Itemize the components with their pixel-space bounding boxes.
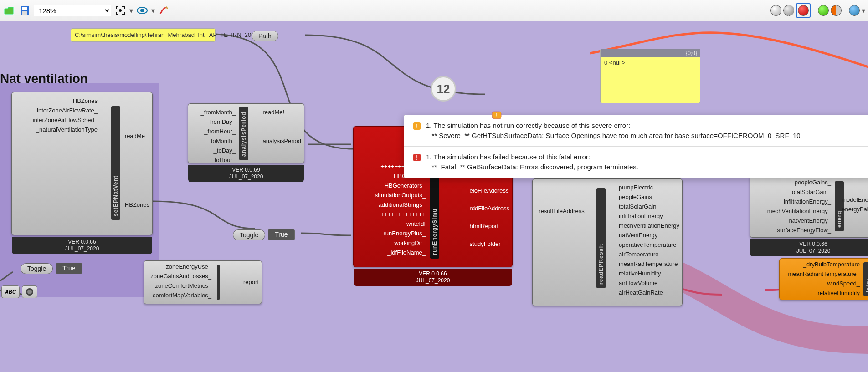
input-label: runEnergyPlus_	[375, 229, 426, 238]
input-label: _toHour_	[200, 155, 236, 165]
svg-rect-2	[22, 11, 27, 15]
input-label: +++++++++++++	[375, 209, 426, 219]
input-label: interZoneAirFlowSched_	[33, 115, 98, 125]
output-label: studyFolder	[470, 239, 509, 249]
half-sphere-icon[interactable]	[831, 5, 842, 16]
input-label: _dryBulbTemperature	[788, 260, 860, 269]
toggle-label: Toggle	[27, 265, 46, 272]
output-label: airHeatGainRate	[619, 288, 679, 297]
input-label: zoneGainsAndLosses_	[150, 271, 211, 281]
component-footer: VER 0.0.66JUL_07_2020	[750, 239, 868, 256]
outdoor-comfort-component[interactable]: _dryBulbTemperature meanRadiantTemperatu…	[779, 258, 868, 300]
count-value: 12	[437, 82, 450, 96]
input-label: _fromDay_	[200, 117, 236, 127]
path-param-label: Path	[258, 32, 272, 40]
input-label: zoneEnergyUse_	[150, 262, 211, 271]
shaded-mode-icon[interactable]	[770, 5, 781, 16]
null-result-panel[interactable]: {0;0} 0 <null>	[600, 49, 700, 103]
warning-icon: !	[412, 122, 421, 131]
input-label: natVentEnergy_	[767, 216, 831, 225]
input-label: _naturalVentilationType	[33, 125, 98, 134]
input-label: comfortMapVariables_	[150, 290, 211, 300]
input-label: surfaceEnergyFlow_	[767, 225, 831, 235]
sketch-button[interactable]	[158, 4, 170, 17]
component-name: analysisPeriod	[239, 107, 248, 160]
group-title: Nat ventilation	[0, 71, 88, 86]
report-component[interactable]: zoneEnergyUse_ zoneGainsAndLosses_ zoneC…	[144, 260, 262, 304]
toggle-2[interactable]: Toggle	[21, 263, 53, 274]
svg-point-3	[119, 10, 121, 11]
output-label: airFlowVolume	[619, 278, 679, 288]
input-label: mechVentilationEnergy_	[767, 206, 831, 216]
input-label: _writeIdf	[375, 219, 426, 229]
output-label: analysisPeriod	[262, 136, 301, 146]
svg-rect-1	[22, 7, 27, 10]
compass-widget-icon[interactable]	[22, 285, 37, 298]
output-label: meanRadTemperature	[619, 259, 679, 269]
set-ep-nat-vent-component[interactable]: _HBZones interZoneAirFlowRate_ interZone…	[11, 92, 153, 235]
blue-sphere-icon[interactable]	[849, 5, 860, 16]
output-label: pumpElectric	[619, 183, 679, 192]
input-label: _relativeHumidity	[788, 288, 860, 298]
error-text-2: 1. The simulation has failed because of …	[426, 152, 638, 172]
component-name: lator	[863, 262, 868, 296]
green-sphere-icon[interactable]	[818, 5, 829, 16]
path-param[interactable]: Path	[252, 31, 278, 41]
grasshopper-canvas[interactable]: Nat ventilation C:\simsim\thesis\modelli…	[0, 21, 868, 372]
svg-text:!: !	[496, 112, 497, 118]
analysis-period-component[interactable]: _fromMonth_ _fromDay_ _fromHour_ _toMont…	[188, 103, 304, 163]
epw-path-text: C:\simsim\thesis\modelling\Tehran_Mehrab…	[75, 31, 270, 38]
toggle-1[interactable]: Toggle	[233, 229, 265, 240]
energy-balance-component[interactable]: peopleGains_ totalSolarGain_ infiltratio…	[750, 176, 868, 238]
wireframe-mode-icon[interactable]	[783, 5, 794, 16]
preview-button[interactable]	[136, 4, 149, 17]
red-sphere-tool[interactable]	[796, 3, 811, 18]
output-label: airTemperature	[619, 250, 679, 259]
input-label: totalSolarGain_	[767, 187, 831, 197]
component-footer: VER 0.0.66JUL_07_2020	[354, 269, 512, 286]
error-text-1: 1. The simulation has not run correctly …	[426, 121, 801, 141]
read-ep-result-component[interactable]: _resultFileAddress readEPResult pumpElec…	[532, 178, 683, 306]
output-label: energyBalW	[842, 204, 868, 214]
input-label: _resultFileAddress	[535, 206, 585, 216]
output-label: operativeTemperature	[619, 240, 679, 250]
input-label: _HBZones	[33, 96, 98, 106]
epw-path-panel[interactable]: C:\simsim\thesis\modelling\Tehran_Mehrab…	[71, 28, 216, 42]
input-label: additionalStrings_	[375, 200, 426, 209]
input-label: _fromMonth_	[200, 107, 236, 117]
input-label: _workingDir_	[375, 238, 426, 248]
output-label: peopleGains	[619, 192, 679, 202]
open-file-button[interactable]	[3, 4, 15, 17]
zoom-select[interactable]: 128%	[34, 5, 111, 16]
component-name	[217, 265, 220, 300]
toggle-2-value[interactable]: True	[56, 263, 82, 274]
output-label: rddFileAddress	[470, 204, 509, 213]
input-label: windSpeed_	[788, 279, 860, 288]
output-label: mechVentilationEnergy	[619, 221, 679, 230]
output-label: modelEnerg	[842, 195, 868, 204]
input-label: _idfFileName_	[375, 248, 426, 257]
output-label: eioFileAddress	[470, 186, 509, 195]
warning-bubble-icon: !	[491, 111, 503, 121]
toggle-1-value[interactable]: True	[268, 229, 294, 240]
input-label: _fromHour_	[200, 127, 236, 136]
panel-body: 0 <null>	[604, 59, 696, 66]
input-label: infiltrationEnergy_	[767, 197, 831, 206]
error-tooltip: ! 1. The simulation has not run correctl…	[404, 115, 868, 178]
input-label: HBGenerators_	[375, 181, 426, 190]
input-label: meanRadiantTemperature_	[788, 269, 860, 279]
toolbar: 128% ▾ ▾ ▾	[0, 0, 868, 21]
output-label: totalSolarGain	[619, 202, 679, 211]
output-label: relativeHumidity	[619, 269, 679, 278]
output-label: readMe	[125, 131, 149, 141]
error-icon: !	[412, 153, 421, 162]
count-badge: 12	[431, 76, 456, 102]
zoom-extents-button[interactable]	[114, 4, 127, 17]
save-file-button[interactable]	[18, 4, 31, 17]
panel-header: {0;0}	[601, 49, 700, 57]
output-label: report	[243, 277, 259, 287]
output-label: natVentEnergy	[619, 230, 679, 240]
svg-text:!: !	[416, 122, 418, 130]
output-label: htmlReport	[470, 221, 509, 231]
abc-widget-icon[interactable]: ABC	[1, 285, 20, 298]
